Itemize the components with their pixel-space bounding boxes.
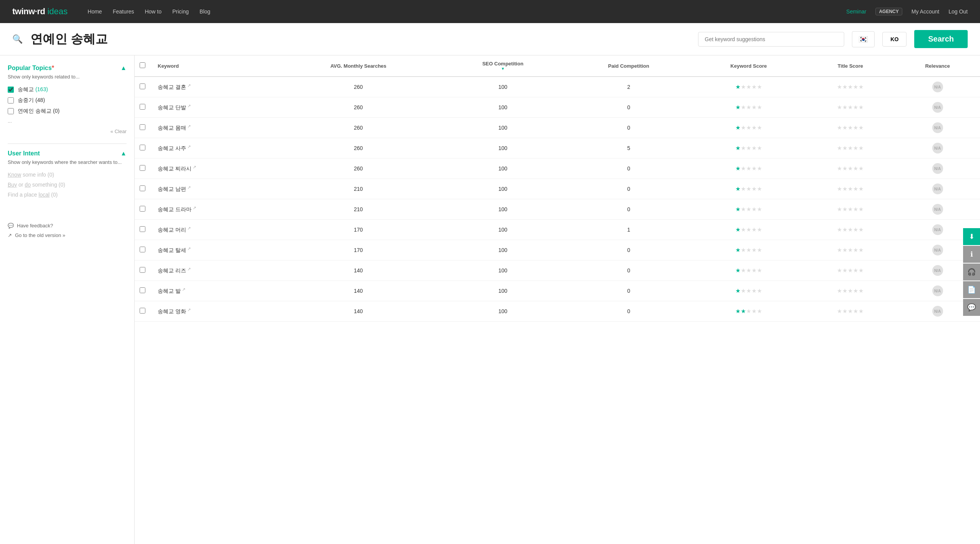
nav-pricing[interactable]: Pricing xyxy=(172,8,189,15)
keyword-link-6[interactable]: 송혜교 드라마↗ xyxy=(158,206,196,212)
old-version-text: Go to the old version » xyxy=(15,232,65,238)
paid-cell-3: 5 xyxy=(566,138,692,159)
paid-cell-10: 0 xyxy=(566,281,692,301)
title-score-cell-6: ★★★★★ xyxy=(806,199,895,220)
clear-link[interactable]: « Clear xyxy=(8,128,127,134)
lang-button[interactable]: KO xyxy=(882,32,907,47)
seo-cell-0: 100 xyxy=(440,77,566,97)
title-star-7-0: ★ xyxy=(837,226,842,233)
popular-topics-chevron[interactable]: ▲ xyxy=(120,65,127,72)
avg-cell-7: 170 xyxy=(277,220,440,240)
nav-seminar[interactable]: Seminar xyxy=(846,8,866,15)
table-row: 송혜교 드라마↗2101000★★★★★★★★★★N/A xyxy=(135,199,980,220)
keyword-link-9[interactable]: 송혜교 리즈↗ xyxy=(158,267,191,274)
keyword-cell-10: 송혜교 발↗ xyxy=(150,281,277,301)
keyword-score-cell-11: ★★★★★ xyxy=(692,301,806,322)
row-checkbox-7[interactable] xyxy=(140,226,145,232)
topic-checkbox-0[interactable] xyxy=(8,87,14,93)
row-checkbox-8[interactable] xyxy=(140,247,145,252)
divider-1 xyxy=(8,144,127,144)
title-star-4-4: ★ xyxy=(858,165,863,172)
nav-agency-badge: AGENCY xyxy=(875,8,902,15)
nav-home[interactable]: Home xyxy=(88,8,102,15)
suggestion-input[interactable] xyxy=(698,32,844,47)
keyword-star-9-2: ★ xyxy=(746,267,751,274)
user-intent-chevron[interactable]: ▲ xyxy=(120,150,127,157)
topic-checkbox-1[interactable] xyxy=(8,97,14,103)
row-checkbox-10[interactable] xyxy=(140,287,145,293)
topic-item-0: 송혜교 (163) xyxy=(8,84,127,95)
feedback-row[interactable]: 💬 Have feedback? xyxy=(8,223,127,229)
keyword-score-cell-5: ★★★★★ xyxy=(692,179,806,199)
logo-ideas: ideas xyxy=(47,7,68,17)
keyword-link-3[interactable]: 송혜교 사주↗ xyxy=(158,145,191,151)
intent-buy-link[interactable]: Buy xyxy=(8,182,17,188)
flag-button[interactable]: 🇰🇷 xyxy=(852,31,875,47)
keyword-link-5[interactable]: 송혜교 남편↗ xyxy=(158,186,191,192)
title-score-cell-4: ★★★★★ xyxy=(806,159,895,179)
row-checkbox-0[interactable] xyxy=(140,83,145,89)
header-checkbox-cell xyxy=(135,55,150,77)
old-version-row[interactable]: ↗ Go to the old version » xyxy=(8,232,127,238)
avg-cell-1: 260 xyxy=(277,97,440,118)
row-checkbox-4[interactable] xyxy=(140,165,145,171)
keyword-star-1-4: ★ xyxy=(757,104,762,111)
download-btn[interactable]: ⬇ xyxy=(963,228,980,245)
headphone-btn[interactable]: 🎧 xyxy=(963,264,980,280)
keyword-link-2[interactable]: 송혜교 몸매↗ xyxy=(158,125,191,131)
intent-do-link[interactable]: do xyxy=(25,182,31,188)
header-relevance: Relevance xyxy=(895,55,980,77)
nav-blog[interactable]: Blog xyxy=(200,8,210,15)
row-checkbox-5[interactable] xyxy=(140,185,145,191)
intent-local-link[interactable]: local xyxy=(38,192,50,198)
title-star-3-2: ★ xyxy=(848,145,853,152)
table-row: 송혜교 발↗1401000★★★★★★★★★★N/A xyxy=(135,281,980,301)
search-button[interactable]: Search xyxy=(914,30,968,48)
info-btn[interactable]: ℹ xyxy=(963,246,980,263)
header-checkbox[interactable] xyxy=(140,62,145,68)
keyword-link-7[interactable]: 송혜교 머리↗ xyxy=(158,227,191,233)
keyword-link-11[interactable]: 송혜교 영화↗ xyxy=(158,308,191,314)
row-checkbox-2[interactable] xyxy=(140,124,145,130)
row-checkbox-1[interactable] xyxy=(140,104,145,110)
keyword-star-6-3: ★ xyxy=(752,206,757,213)
keyword-star-0-1: ★ xyxy=(741,83,746,90)
doc-btn[interactable]: 📄 xyxy=(963,281,980,298)
seo-cell-4: 100 xyxy=(440,159,566,179)
header-seo-competition[interactable]: SEO Competition ▼ xyxy=(440,55,566,77)
keyword-link-1[interactable]: 송혜교 단발↗ xyxy=(158,104,191,110)
title-star-8-3: ★ xyxy=(853,247,858,254)
keyword-star-0-2: ★ xyxy=(746,83,751,90)
table-row: 송혜교 영화↗1401000★★★★★★★★★★N/A xyxy=(135,301,980,322)
relevance-cell-5: N/A xyxy=(895,179,980,199)
nav-my-account[interactable]: My Account xyxy=(912,8,939,15)
avg-cell-3: 260 xyxy=(277,138,440,159)
title-star-4-3: ★ xyxy=(853,165,858,172)
keyword-star-1-0: ★ xyxy=(735,104,740,111)
row-checkbox-3[interactable] xyxy=(140,145,145,150)
intent-know-link[interactable]: Know xyxy=(8,172,21,178)
seo-cell-9: 100 xyxy=(440,260,566,281)
nav-log-out[interactable]: Log Out xyxy=(948,8,968,15)
row-checkbox-9[interactable] xyxy=(140,267,145,273)
keyword-link-0[interactable]: 송혜교 결혼↗ xyxy=(158,84,191,90)
table-row: 송혜교 머리↗1701001★★★★★★★★★★N/A xyxy=(135,220,980,240)
row-checkbox-11[interactable] xyxy=(140,308,145,314)
chat-btn[interactable]: 💬 xyxy=(963,299,980,316)
keyword-link-4[interactable]: 송혜교 찌라시↗ xyxy=(158,165,196,172)
topic-checkbox-2[interactable] xyxy=(8,108,14,114)
keyword-star-3-2: ★ xyxy=(746,145,751,152)
keyword-link-10[interactable]: 송혜교 발↗ xyxy=(158,288,185,294)
nav-features[interactable]: Features xyxy=(113,8,134,15)
avg-cell-10: 140 xyxy=(277,281,440,301)
avg-cell-0: 260 xyxy=(277,77,440,97)
title-star-1-4: ★ xyxy=(858,104,863,111)
keyword-link-8[interactable]: 송혜교 탈세↗ xyxy=(158,247,191,253)
title-star-0-2: ★ xyxy=(848,83,853,90)
keyword-star-0-4: ★ xyxy=(757,83,762,90)
keyword-star-6-2: ★ xyxy=(746,206,751,213)
nav-howto[interactable]: How to xyxy=(145,8,162,15)
relevance-cell-4: N/A xyxy=(895,159,980,179)
row-checkbox-6[interactable] xyxy=(140,206,145,212)
title-score-cell-2: ★★★★★ xyxy=(806,118,895,138)
